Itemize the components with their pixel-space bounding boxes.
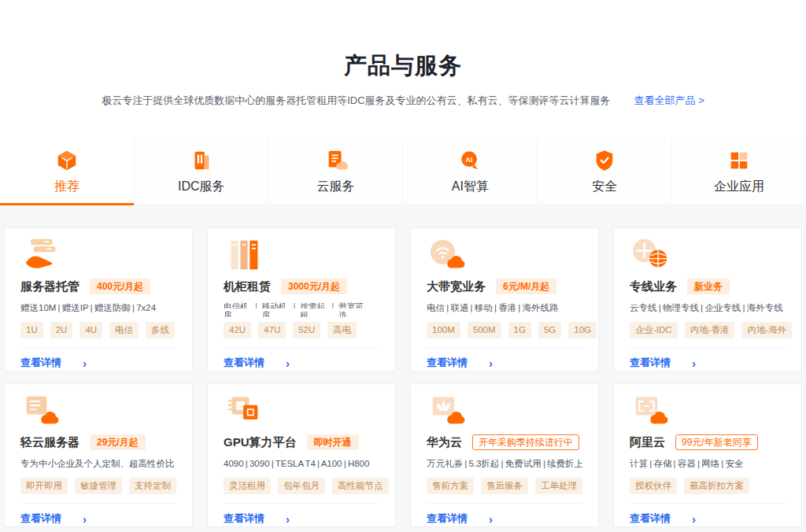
product-tag: 授权伙伴 bbox=[630, 478, 677, 494]
tab-idc-services[interactable]: IDC服务 bbox=[135, 138, 269, 205]
divider bbox=[427, 347, 582, 348]
promo-badge: 6元/M/月起 bbox=[496, 279, 556, 294]
chevron-right-icon: › bbox=[489, 357, 493, 369]
product-tag: 100M bbox=[427, 322, 460, 338]
product-description: 4090 | 3090 | TESLA T4 | A100 | H800 bbox=[224, 458, 379, 475]
product-name: 专线业务 bbox=[630, 279, 677, 294]
product-tag: 高性能节点 bbox=[332, 478, 389, 494]
chevron-right-icon: › bbox=[692, 513, 696, 525]
tab-security[interactable]: 安全 bbox=[538, 138, 672, 205]
product-tabs: 推荐 IDC服务 云服务 AI AI智算 安全 企业应用 bbox=[0, 138, 806, 205]
product-tag: 敏捷管理 bbox=[75, 478, 122, 494]
doc-cloud-icon bbox=[324, 149, 348, 172]
product-card-cabinet-rental[interactable]: 机柜租赁 3000元/月起 电信机房|移动机房|按需起租|带宽可选 42U47U… bbox=[207, 227, 396, 371]
product-tag: 500M bbox=[468, 322, 501, 338]
tab-recommended[interactable]: 推荐 bbox=[0, 138, 135, 205]
ai-bubble-icon: AI bbox=[458, 149, 482, 172]
cabinet-icon bbox=[224, 238, 379, 272]
promo-badge: 即时开通 bbox=[307, 434, 359, 450]
product-card-aliyun[interactable]: 阿里云 99元/年新老同享 计算 | 存储 | 容器 | 网络 | 安全 授权伙… bbox=[613, 383, 802, 527]
view-details-link[interactable]: 查看详情 › bbox=[224, 512, 379, 526]
product-card-bandwidth[interactable]: 大带宽业务 6元/M/月起 电信 | 联通 | 移动 | 香港 | 海外线路 1… bbox=[410, 227, 599, 371]
product-tag: 10G bbox=[568, 322, 597, 338]
view-details-label: 查看详情 bbox=[20, 512, 61, 526]
chevron-right-icon: › bbox=[83, 513, 87, 525]
divider bbox=[224, 503, 379, 504]
tab-ai-computing[interactable]: AI AI智算 bbox=[403, 138, 538, 205]
product-description: 电信 | 联通 | 移动 | 香港 | 海外线路 bbox=[427, 302, 582, 319]
chevron-right-icon: › bbox=[692, 357, 696, 369]
view-details-label: 查看详情 bbox=[20, 356, 61, 370]
product-tag: 最高折扣方案 bbox=[684, 478, 749, 494]
product-tags: 即开即用敏捷管理支持定制 bbox=[20, 478, 176, 494]
dedicated-line-icon bbox=[630, 238, 786, 272]
tab-cloud-services[interactable]: 云服务 bbox=[269, 138, 404, 205]
product-tag: 工单处理 bbox=[535, 478, 582, 494]
product-name: 机柜租赁 bbox=[224, 279, 271, 294]
product-tag: 支持定制 bbox=[129, 478, 176, 494]
product-name: 华为云 bbox=[427, 435, 462, 450]
view-details-link[interactable]: 查看详情 › bbox=[20, 356, 176, 370]
product-card-light-cloud-server[interactable]: 轻云服务器 29元/月起 专为中小企业及个人定制、超高性价比 即开即用敏捷管理支… bbox=[4, 383, 193, 527]
view-details-link[interactable]: 查看详情 › bbox=[630, 356, 786, 370]
product-description: 赠送10M | 赠送IP | 赠送防御 | 7x24 bbox=[20, 302, 176, 319]
product-tag: 2U bbox=[50, 322, 73, 338]
page-title: 产品与服务 bbox=[0, 0, 806, 82]
promo-badge: 开年采购季持续进行中 bbox=[472, 434, 579, 450]
product-tags: 售前方案售后服务工单处理 bbox=[427, 478, 582, 494]
product-card-gpu-platform[interactable]: GPU算力平台 即时开通 4090 | 3090 | TESLA T4 | A1… bbox=[207, 383, 396, 527]
chevron-right-icon: › bbox=[489, 513, 493, 525]
light-cloud-icon bbox=[20, 393, 176, 428]
divider bbox=[427, 503, 582, 504]
view-details-label: 查看详情 bbox=[427, 512, 468, 526]
product-tag: 包年包月 bbox=[278, 478, 325, 494]
product-tag: 内地-海外 bbox=[741, 322, 792, 338]
product-card-dedicated-line[interactable]: 专线业务 新业务 云专线 | 物理专线 | 企业专线 | 海外专线 企业-IDC… bbox=[613, 227, 802, 371]
product-tag: 电信 bbox=[109, 322, 139, 338]
product-card-huawei-cloud[interactable]: 华为云 开年采购季持续进行中 万元礼券 | 5.3折起 | 免费试用 | 续费折… bbox=[410, 383, 599, 527]
product-tag: 1U bbox=[20, 322, 43, 338]
chevron-right-icon: › bbox=[286, 357, 290, 369]
promo-badge: 29元/月起 bbox=[90, 434, 146, 450]
app-grid-icon bbox=[727, 149, 751, 172]
product-tag: 高电 bbox=[327, 322, 357, 338]
building-icon bbox=[190, 149, 213, 172]
view-details-link[interactable]: 查看详情 › bbox=[427, 356, 582, 370]
chevron-right-icon: › bbox=[83, 357, 87, 369]
product-tag: 5G bbox=[538, 322, 561, 338]
product-description: 专为中小企业及个人定制、超高性价比 bbox=[20, 458, 176, 475]
product-card-server-hosting[interactable]: 服务器托管 400元/月起 赠送10M | 赠送IP | 赠送防御 | 7x24… bbox=[4, 227, 193, 371]
product-description: 万元礼券 | 5.3折起 | 免费试用 | 续费折上折 bbox=[427, 458, 582, 475]
view-details-label: 查看详情 bbox=[630, 512, 671, 526]
product-name: 大带宽业务 bbox=[427, 279, 486, 294]
product-name: 服务器托管 bbox=[20, 279, 79, 294]
divider bbox=[630, 347, 786, 348]
page-subtitle: 极云专注于提供全球优质数据中心的服务器托管租用等IDC服务及专业的公有云、私有云… bbox=[102, 94, 610, 108]
product-tag: 售后服务 bbox=[481, 478, 528, 494]
product-tag: 即开即用 bbox=[20, 478, 68, 494]
product-cards-grid: 服务器托管 400元/月起 赠送10M | 赠送IP | 赠送防御 | 7x24… bbox=[4, 227, 802, 527]
product-tags: 100M500M1G5G10G bbox=[427, 322, 582, 338]
gpu-icon bbox=[224, 393, 379, 428]
product-tags: 42U47U52U高电 bbox=[224, 322, 379, 338]
view-details-label: 查看详情 bbox=[224, 356, 264, 370]
view-details-link[interactable]: 查看详情 › bbox=[224, 356, 379, 370]
divider bbox=[630, 503, 786, 504]
product-tag: 多线 bbox=[146, 322, 175, 338]
view-details-link[interactable]: 查看详情 › bbox=[20, 512, 176, 526]
product-tag: 售前方案 bbox=[427, 478, 474, 494]
product-tags: 1U2U4U电信多线 bbox=[20, 322, 176, 338]
product-name: 轻云服务器 bbox=[20, 435, 79, 450]
box-icon bbox=[55, 149, 79, 172]
view-details-label: 查看详情 bbox=[630, 356, 671, 370]
product-tag: 42U bbox=[224, 322, 251, 338]
view-all-products-link[interactable]: 查看全部产品 > bbox=[634, 94, 704, 108]
promo-badge: 99元/年新老同享 bbox=[675, 434, 758, 450]
product-tags: 授权伙伴最高折扣方案 bbox=[630, 478, 786, 494]
product-name: GPU算力平台 bbox=[224, 435, 297, 450]
bandwidth-icon bbox=[427, 238, 582, 272]
view-details-link[interactable]: 查看详情 › bbox=[427, 512, 582, 526]
view-details-link[interactable]: 查看详情 › bbox=[630, 512, 786, 526]
tab-enterprise-apps[interactable]: 企业应用 bbox=[672, 138, 806, 205]
product-name: 阿里云 bbox=[630, 435, 665, 450]
